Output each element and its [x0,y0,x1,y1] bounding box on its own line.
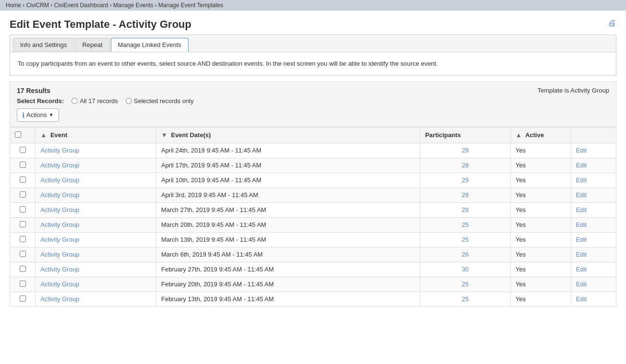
row-checkbox[interactable] [20,162,26,168]
participants-link[interactable]: 25 [462,236,469,243]
event-name-cell[interactable]: Activity Group [35,158,156,173]
participants-link[interactable]: 25 [462,221,469,228]
event-name-cell[interactable]: Activity Group [35,247,156,262]
participants-link[interactable]: 28 [462,206,469,213]
event-link[interactable]: Activity Group [40,147,79,154]
row-checkbox[interactable] [20,251,26,257]
edit-link[interactable]: Edit [576,266,587,273]
event-name-cell[interactable]: Activity Group [35,173,156,188]
participants-cell[interactable]: 28 [420,143,511,158]
row-checkbox-cell[interactable] [10,173,35,188]
row-checkbox-cell[interactable] [10,247,35,262]
participants-link[interactable]: 25 [462,281,469,288]
edit-cell[interactable]: Edit [571,158,616,173]
event-name-cell[interactable]: Activity Group [35,188,156,202]
participants-link[interactable]: 25 [462,295,469,303]
edit-cell[interactable]: Edit [571,188,616,202]
edit-cell[interactable]: Edit [571,202,616,217]
participants-cell[interactable]: 25 [420,217,511,232]
event-link[interactable]: Activity Group [40,176,79,184]
row-checkbox-cell[interactable] [10,143,35,158]
participants-cell[interactable]: 25 [420,232,511,247]
all-records-option[interactable]: All 17 records [71,97,118,105]
all-records-radio[interactable] [71,98,78,104]
participants-cell[interactable]: 29 [420,173,511,188]
participants-cell[interactable]: 25 [420,277,511,292]
row-checkbox-cell[interactable] [10,292,35,306]
edit-cell[interactable]: Edit [571,262,616,277]
select-all-checkbox[interactable] [15,131,21,138]
row-checkbox-cell[interactable] [10,232,35,247]
event-link[interactable]: Activity Group [40,162,79,169]
participants-link[interactable]: 28 [462,191,469,199]
participants-link[interactable]: 29 [462,176,469,184]
event-link[interactable]: Activity Group [40,191,79,199]
event-link[interactable]: Activity Group [40,206,79,213]
row-checkbox[interactable] [20,266,26,272]
participants-cell[interactable]: 25 [420,292,511,306]
col-header-date[interactable]: ▼ Event Date(s) [156,127,420,143]
edit-link[interactable]: Edit [576,251,587,258]
participants-cell[interactable]: 28 [420,202,511,217]
participants-cell[interactable]: 28 [420,188,511,202]
participants-link[interactable]: 26 [462,251,469,258]
edit-cell[interactable]: Edit [571,232,616,247]
row-checkbox[interactable] [20,206,26,212]
edit-link[interactable]: Edit [576,191,587,199]
row-checkbox[interactable] [20,191,26,198]
edit-cell[interactable]: Edit [571,143,616,158]
row-checkbox[interactable] [20,295,26,302]
participants-cell[interactable]: 30 [420,262,511,277]
row-checkbox[interactable] [20,221,26,227]
edit-cell[interactable]: Edit [571,247,616,262]
participants-link[interactable]: 30 [462,266,469,273]
participants-cell[interactable]: 28 [420,158,511,173]
event-link[interactable]: Activity Group [40,221,79,228]
edit-link[interactable]: Edit [576,221,587,228]
event-name-cell[interactable]: Activity Group [35,217,156,232]
event-link[interactable]: Activity Group [40,251,79,258]
edit-link[interactable]: Edit [576,295,587,303]
event-link[interactable]: Activity Group [40,266,79,273]
selected-only-option[interactable]: Selected records only [126,97,194,105]
row-checkbox-cell[interactable] [10,188,35,202]
row-checkbox-cell[interactable] [10,217,35,232]
edit-cell[interactable]: Edit [571,292,616,306]
edit-link[interactable]: Edit [576,162,587,169]
row-checkbox[interactable] [20,176,26,183]
row-checkbox[interactable] [20,147,26,153]
select-all-header[interactable] [10,127,35,143]
row-checkbox-cell[interactable] [10,158,35,173]
edit-link[interactable]: Edit [576,206,587,213]
edit-link[interactable]: Edit [576,281,587,288]
actions-button[interactable]: ℹ Actions ▼ [17,108,59,122]
edit-cell[interactable]: Edit [571,173,616,188]
tab-info-settings[interactable]: Info and Settings [13,38,74,52]
edit-cell[interactable]: Edit [571,277,616,292]
participants-link[interactable]: 28 [462,162,469,169]
edit-link[interactable]: Edit [576,147,587,154]
edit-cell[interactable]: Edit [571,217,616,232]
participants-cell[interactable]: 26 [420,247,511,262]
event-link[interactable]: Activity Group [40,281,79,288]
row-checkbox-cell[interactable] [10,202,35,217]
row-checkbox[interactable] [20,281,26,287]
col-header-event[interactable]: ▲ Event [35,127,156,143]
event-link[interactable]: Activity Group [40,236,79,243]
event-name-cell[interactable]: Activity Group [35,143,156,158]
event-link[interactable]: Activity Group [40,295,79,303]
print-icon[interactable]: 🖨 [608,18,616,28]
event-name-cell[interactable]: Activity Group [35,292,156,306]
selected-only-radio[interactable] [126,98,132,104]
participants-link[interactable]: 28 [462,147,469,154]
edit-link[interactable]: Edit [576,176,587,184]
event-name-cell[interactable]: Activity Group [35,232,156,247]
tab-manage-linked-events[interactable]: Manage Linked Events [111,38,189,52]
row-checkbox-cell[interactable] [10,262,35,277]
tab-repeat[interactable]: Repeat [75,38,110,52]
row-checkbox[interactable] [20,236,26,242]
event-name-cell[interactable]: Activity Group [35,277,156,292]
row-checkbox-cell[interactable] [10,277,35,292]
edit-link[interactable]: Edit [576,236,587,243]
event-name-cell[interactable]: Activity Group [35,202,156,217]
